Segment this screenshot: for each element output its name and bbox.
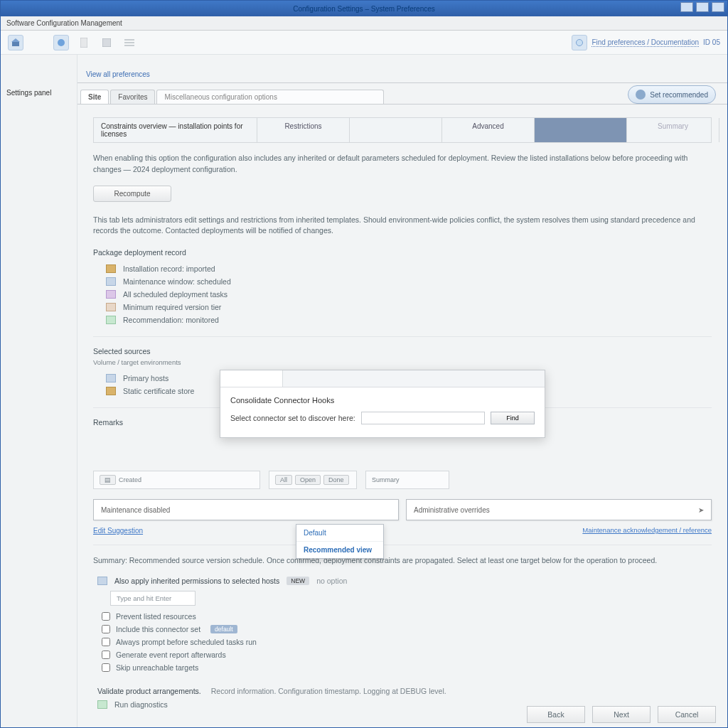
checkbox[interactable] (102, 663, 110, 672)
chevron-right-icon: ➤ (698, 506, 704, 514)
options-checklist: Prevent listed resources Include this co… (102, 610, 712, 674)
tabstrip-cell-3[interactable] (535, 118, 627, 142)
next-button[interactable]: Next (592, 706, 651, 723)
app-window: Configuration Settings – System Preferen… (0, 0, 728, 728)
window-title: Configuration Settings – System Preferen… (293, 5, 435, 13)
panel-created[interactable]: ▤ Created (93, 471, 260, 489)
file-icon[interactable] (76, 35, 92, 50)
divider-icon (31, 35, 46, 50)
panel-seg[interactable]: All (275, 475, 292, 485)
svg-rect-3 (80, 38, 87, 48)
check-row[interactable]: Prevent listed resources (102, 610, 712, 623)
node-label: Administrative overrides (414, 506, 490, 514)
checkbox[interactable] (102, 612, 110, 621)
check-row[interactable]: Skip unreachable targets (102, 661, 712, 674)
side-heading: Settings panel (1, 85, 77, 113)
intro-paragraph: When enabling this option the configurat… (93, 153, 712, 176)
wizard-footer: Back Next Cancel (527, 706, 716, 723)
search-id: ID 05 (703, 38, 720, 46)
help-icon[interactable] (572, 35, 587, 50)
dialog-find-button[interactable]: Find (491, 412, 535, 424)
panel-seg[interactable]: Open (295, 475, 321, 485)
host-icon (106, 374, 116, 382)
default-chip: default (210, 625, 237, 633)
filter-dropdown: Default Recommended view (296, 524, 384, 559)
list-icon[interactable] (122, 35, 137, 50)
tab-wide[interactable]: Miscellaneous configuration options (156, 90, 384, 104)
lower-inherit-right: no option (316, 577, 347, 585)
final-left: Validate product arrangements. (97, 687, 201, 695)
globe-icon[interactable] (53, 35, 69, 50)
checkbox[interactable] (102, 651, 110, 659)
set-recommended-button[interactable]: Set recommended (628, 85, 716, 104)
diagnostics-icon (97, 700, 107, 709)
tabstrip-cell-4[interactable]: Summary (627, 118, 719, 142)
minimize-button[interactable] (680, 2, 693, 12)
dialog-tab[interactable] (220, 370, 283, 387)
cancel-button[interactable]: Cancel (658, 706, 716, 723)
new-tag: NEW (287, 577, 309, 585)
list-item-label: Primary hosts (123, 374, 168, 382)
section-a-list: Installation record: imported Maintenanc… (106, 262, 712, 326)
panel-label: Created (119, 476, 141, 483)
inherit-icon (97, 577, 107, 585)
menubar-title: Software Configuration Management (6, 19, 122, 27)
list-item-label: Static certificate store (123, 387, 194, 395)
node-left[interactable]: Maintenance disabled (93, 499, 399, 520)
lower-paragraph: Summary: Recommended source version sche… (93, 555, 712, 567)
cert-icon (106, 387, 116, 395)
maintenance-ref-link[interactable]: Maintenance acknowledgement / reference (582, 526, 712, 534)
back-button[interactable]: Back (527, 706, 585, 723)
recompute-button[interactable]: Recompute (93, 186, 171, 202)
tabstrip-lead: Constraints overview — installation poin… (94, 118, 257, 142)
pill-dot-icon (636, 90, 646, 100)
svg-point-2 (58, 39, 65, 46)
panel-filters[interactable]: All Open Done (269, 471, 357, 489)
svg-rect-4 (102, 38, 111, 47)
dialog-input[interactable] (361, 412, 485, 424)
tabstrip-cell-1[interactable] (350, 118, 442, 142)
check-label: Always prompt before scheduled tasks run (116, 638, 257, 646)
tab-link[interactable]: View all preferences (80, 68, 156, 82)
section-b-subtitle: Volume / target environments (93, 358, 712, 366)
dropdown-item[interactable]: Default (296, 525, 383, 542)
check-row[interactable]: Always prompt before scheduled tasks run (102, 636, 712, 648)
checkbox[interactable] (102, 638, 110, 646)
connector-dialog: Consolidate Connector Hooks Select conne… (220, 370, 545, 438)
list-item-label: Recommendation: monitored (123, 316, 219, 324)
list-item: Recommendation: monitored (106, 314, 712, 326)
second-paragraph: This tab lets administrators edit settin… (93, 215, 712, 237)
toolbar: Find preferences / Documentation ID 05 (1, 31, 727, 55)
tab-favorites[interactable]: Favorites (110, 90, 155, 104)
tasks-icon (106, 290, 116, 299)
tabstrip-cell-0[interactable]: Restrictions (257, 118, 350, 142)
list-item-label: Maintenance window: scheduled (123, 277, 231, 286)
version-icon (106, 303, 116, 311)
search-link[interactable]: Find preferences / Documentation (592, 38, 699, 47)
maximize-button[interactable] (696, 2, 709, 12)
schedule-icon (106, 277, 116, 286)
edit-suggestion-link[interactable]: Edit Suggestion (93, 527, 143, 535)
tab-site[interactable]: Site (80, 90, 109, 104)
close-button[interactable] (712, 2, 724, 12)
checkbox[interactable] (102, 625, 110, 633)
save-icon[interactable] (99, 35, 114, 50)
monitor-icon (106, 316, 116, 324)
titlebar: Configuration Settings – System Preferen… (1, 1, 727, 16)
primary-tab-row: View all preferences (77, 55, 727, 83)
panel-summary[interactable]: Summary (365, 471, 449, 489)
section-a-title: Package deployment record (93, 248, 712, 257)
lower-inherit-label: Also apply inherited permissions to sele… (114, 577, 279, 585)
panel-seg[interactable]: Done (323, 475, 349, 485)
list-item-label: Installation record: imported (123, 264, 215, 273)
dropdown-item[interactable]: Recommended view (296, 542, 383, 558)
tabstrip-cell-2[interactable]: Advanced (442, 118, 535, 142)
svg-marker-1 (11, 38, 20, 42)
main-area: View all preferences Site Favorites Misc… (77, 55, 727, 727)
pill-label: Set recommended (650, 91, 708, 99)
home-icon[interactable] (8, 35, 23, 50)
node-right[interactable]: Administrative overrides➤ (406, 499, 712, 520)
filter-input-box[interactable]: Type and hit Enter (110, 591, 196, 606)
check-row[interactable]: Include this connector setdefault (102, 623, 712, 636)
check-row[interactable]: Generate event report afterwards (102, 648, 712, 661)
